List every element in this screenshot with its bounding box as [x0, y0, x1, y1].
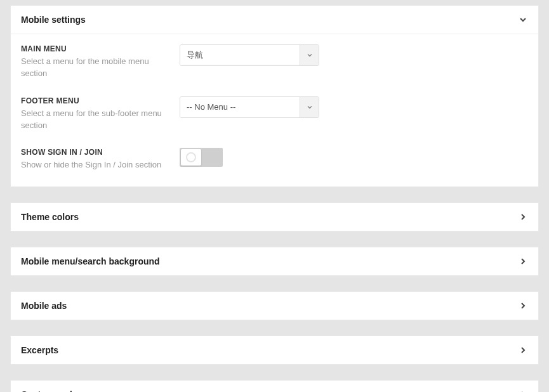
main-menu-select[interactable]: 导航 — [180, 44, 319, 66]
panel-theme-colors: Theme colors — [10, 202, 539, 232]
setting-help-text: Show or hide the Sign In / Join section — [21, 159, 167, 171]
select-value: -- No Menu -- — [180, 97, 300, 117]
setting-meta: SHOW SIGN IN / JOIN Show or hide the Sig… — [21, 148, 180, 171]
setting-meta: FOOTER MENU Select a menu for the sub-fo… — [21, 96, 180, 132]
panel-body-mobile-settings: MAIN MENU Select a menu for the mobile m… — [11, 34, 538, 186]
panel-mobile-ads: Mobile ads — [10, 291, 539, 320]
panel-title: Mobile ads — [21, 301, 67, 311]
select-value: 导航 — [180, 45, 300, 65]
show-signin-toggle[interactable] — [180, 148, 223, 167]
chevron-right-icon — [518, 345, 528, 355]
panel-header-theme-colors[interactable]: Theme colors — [11, 203, 538, 231]
chevron-down-icon — [300, 45, 319, 65]
panel-mobile-menu-bg: Mobile menu/search background — [10, 247, 539, 276]
panel-header-custom-code[interactable]: Custom code — [11, 381, 538, 392]
chevron-right-icon — [518, 212, 528, 222]
setting-control: 导航 — [180, 44, 528, 66]
panel-excerpts: Excerpts — [10, 336, 539, 365]
chevron-down-icon — [518, 15, 528, 25]
setting-label: FOOTER MENU — [21, 96, 167, 105]
toggle-dot-icon — [186, 152, 196, 162]
panel-header-mobile-settings[interactable]: Mobile settings — [11, 6, 538, 34]
settings-page: Mobile settings MAIN MENU Select a menu … — [0, 0, 549, 392]
toggle-knob — [181, 149, 201, 166]
setting-help-text: Select a menu for the sub-footer menu se… — [21, 108, 167, 132]
setting-row-main-menu: MAIN MENU Select a menu for the mobile m… — [21, 44, 528, 80]
setting-meta: MAIN MENU Select a menu for the mobile m… — [21, 44, 180, 80]
setting-row-footer-menu: FOOTER MENU Select a menu for the sub-fo… — [21, 96, 528, 132]
panel-title: Custom code — [21, 389, 77, 392]
panel-custom-code: Custom code — [10, 380, 539, 392]
setting-label: MAIN MENU — [21, 44, 167, 53]
setting-control: -- No Menu -- — [180, 96, 528, 118]
panel-header-mobile-menu-bg[interactable]: Mobile menu/search background — [11, 247, 538, 275]
footer-menu-select[interactable]: -- No Menu -- — [180, 96, 319, 118]
panel-mobile-settings: Mobile settings MAIN MENU Select a menu … — [10, 5, 539, 187]
panel-title: Mobile menu/search background — [21, 256, 160, 266]
setting-help-text: Select a menu for the mobile menu sectio… — [21, 56, 167, 80]
panel-title: Mobile settings — [21, 15, 86, 25]
chevron-right-icon — [518, 301, 528, 311]
panel-header-excerpts[interactable]: Excerpts — [11, 336, 538, 364]
setting-row-show-signin: SHOW SIGN IN / JOIN Show or hide the Sig… — [21, 148, 528, 171]
chevron-right-icon — [518, 256, 528, 266]
chevron-right-icon — [518, 389, 528, 392]
panel-title: Theme colors — [21, 212, 79, 222]
setting-label: SHOW SIGN IN / JOIN — [21, 148, 167, 157]
panel-title: Excerpts — [21, 345, 58, 355]
setting-control — [180, 148, 528, 169]
panel-header-mobile-ads[interactable]: Mobile ads — [11, 292, 538, 320]
chevron-down-icon — [300, 97, 319, 117]
